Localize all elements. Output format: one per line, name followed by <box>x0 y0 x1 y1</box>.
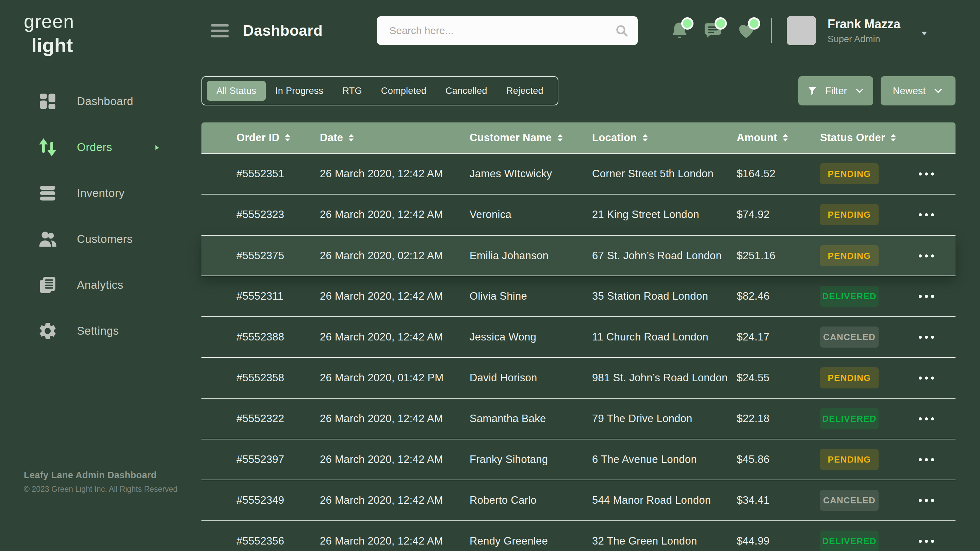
search-icon[interactable] <box>614 24 629 38</box>
messages-button[interactable] <box>703 21 723 40</box>
sidebar-item-dashboard[interactable]: Dashboard <box>0 89 202 114</box>
status-cell: DELIVERED <box>820 286 919 307</box>
search-box <box>377 16 638 45</box>
status-cell: PENDING <box>820 449 919 470</box>
sidebar-item-label: Customers <box>77 233 133 246</box>
notification-badge <box>681 17 694 30</box>
user-info: Frank Mazza Super Admin <box>827 17 900 44</box>
actions-cell <box>919 332 956 342</box>
actions-cell <box>919 414 956 424</box>
table-row[interactable]: #555235626 March 2020, 12:42 AMRendy Gre… <box>202 521 956 551</box>
table-row[interactable]: #555231126 March 2020, 12:42 AMOlivia Sh… <box>202 276 956 317</box>
sort-button[interactable]: Newest <box>881 76 956 105</box>
row-actions-button[interactable] <box>919 210 934 220</box>
dot-icon <box>931 540 934 543</box>
dot-icon <box>931 336 934 339</box>
location-cell: 35 Station Road London <box>592 290 737 302</box>
search-input[interactable] <box>377 16 638 45</box>
dot-icon <box>931 417 934 421</box>
row-actions-button[interactable] <box>919 537 934 546</box>
row-actions-button[interactable] <box>919 414 934 424</box>
dot-icon <box>931 254 934 257</box>
location-cell: 32 The Green London <box>592 535 737 547</box>
sidebar-item-inventory[interactable]: Inventory <box>0 181 202 205</box>
location-cell: 79 The Drive London <box>592 413 737 425</box>
row-actions-button[interactable] <box>919 495 934 505</box>
amount-cell: $24.55 <box>737 372 820 384</box>
header-divider <box>771 18 772 43</box>
sidebar-item-analytics[interactable]: Analytics <box>0 273 202 297</box>
row-actions-button[interactable] <box>919 373 934 383</box>
table-header: Order IDDateCustomer NameLocationAmountS… <box>202 122 956 154</box>
customer-cell: Veronica <box>469 208 592 221</box>
notifications-button[interactable] <box>670 21 689 40</box>
orders-icon <box>37 137 58 157</box>
table-row[interactable]: #555239726 March 2020, 12:42 AMFranky Si… <box>202 440 956 480</box>
sort-icon <box>782 133 789 142</box>
sidebar-item-orders[interactable]: Orders <box>0 135 202 159</box>
customer-cell: Jessica Wong <box>469 331 592 343</box>
customers-icon <box>37 229 58 249</box>
tab-rejected[interactable]: Rejected <box>497 81 553 101</box>
avatar[interactable] <box>787 16 816 45</box>
sidebar-item-settings[interactable]: Settings <box>0 319 202 343</box>
column-header-status-order[interactable]: Status Order <box>820 132 919 144</box>
brand-logo-line2: light <box>31 34 202 56</box>
column-header-amount[interactable]: Amount <box>737 132 820 144</box>
column-header-label: Customer Name <box>469 132 552 144</box>
status-badge: PENDING <box>820 204 878 225</box>
status-badge: CANCELED <box>820 490 878 511</box>
location-cell: 544 Manor Road London <box>592 494 737 507</box>
column-header-order-id[interactable]: Order ID <box>237 132 320 144</box>
table-row[interactable]: #555237526 March 2020, 02:12 AMEmilia Jo… <box>202 235 956 276</box>
dot-icon <box>925 213 928 216</box>
table-row[interactable]: #555232326 March 2020, 12:42 AMVeronica2… <box>202 195 956 235</box>
analytics-icon <box>37 275 58 295</box>
dot-icon <box>931 499 934 502</box>
tab-cancelled[interactable]: Cancelled <box>436 81 497 101</box>
date-cell: 26 March 2020, 02:12 AM <box>320 250 469 262</box>
table-row[interactable]: #555235126 March 2020, 12:42 AMJames WIt… <box>202 154 956 195</box>
table-row[interactable]: #555234926 March 2020, 12:42 AMRoberto C… <box>202 480 956 521</box>
filter-button[interactable]: Filter <box>798 76 873 105</box>
row-actions-button[interactable] <box>919 169 934 179</box>
customer-cell: Franky Sihotang <box>469 453 592 465</box>
menu-toggle-button[interactable] <box>211 24 229 37</box>
sidebar-item-customers[interactable]: Customers <box>0 227 202 251</box>
chevron-down-icon <box>920 34 929 39</box>
order-id-cell: #5552323 <box>237 208 320 221</box>
date-cell: 26 March 2020, 12:42 AM <box>320 208 469 221</box>
row-actions-button[interactable] <box>919 251 934 261</box>
column-header-location[interactable]: Location <box>592 132 737 144</box>
date-cell: 26 March 2020, 01:42 PM <box>320 372 469 384</box>
column-header-date[interactable]: Date <box>320 132 469 144</box>
app-root: green light DashboardOrdersInventoryCust… <box>0 0 980 551</box>
sidebar-nav: DashboardOrdersInventoryCustomersAnalyti… <box>0 89 202 343</box>
amount-cell: $251.16 <box>737 250 820 262</box>
tab-in-progress[interactable]: In Progress <box>266 81 333 101</box>
status-cell: PENDING <box>820 204 919 225</box>
sidebar-item-label: Orders <box>77 141 112 154</box>
dot-icon <box>925 295 928 298</box>
dot-icon <box>919 213 922 216</box>
actions-cell <box>919 537 956 546</box>
dot-icon <box>919 499 922 502</box>
table-row[interactable]: #555232226 March 2020, 12:42 AMSamantha … <box>202 399 956 440</box>
tab-all-status[interactable]: All Status <box>207 81 266 101</box>
row-actions-button[interactable] <box>919 292 934 301</box>
favorites-button[interactable] <box>737 21 756 40</box>
sort-button-label: Newest <box>893 86 926 97</box>
row-actions-button[interactable] <box>919 332 934 342</box>
user-menu-button[interactable] <box>920 29 929 39</box>
dot-icon <box>931 213 934 216</box>
row-actions-button[interactable] <box>919 455 934 465</box>
status-badge: PENDING <box>820 449 878 470</box>
table-row[interactable]: #555238826 March 2020, 12:42 AMJessica W… <box>202 317 956 358</box>
customer-cell: James WItcwicky <box>469 168 592 180</box>
date-cell: 26 March 2020, 12:42 AM <box>320 535 469 547</box>
tab-rtg[interactable]: RTG <box>333 81 371 101</box>
table-row[interactable]: #555235826 March 2020, 01:42 PMDavid Hor… <box>202 358 956 399</box>
order-id-cell: #5552397 <box>237 453 320 465</box>
column-header-customer-name[interactable]: Customer Name <box>469 132 592 144</box>
tab-completed[interactable]: Completed <box>372 81 436 101</box>
